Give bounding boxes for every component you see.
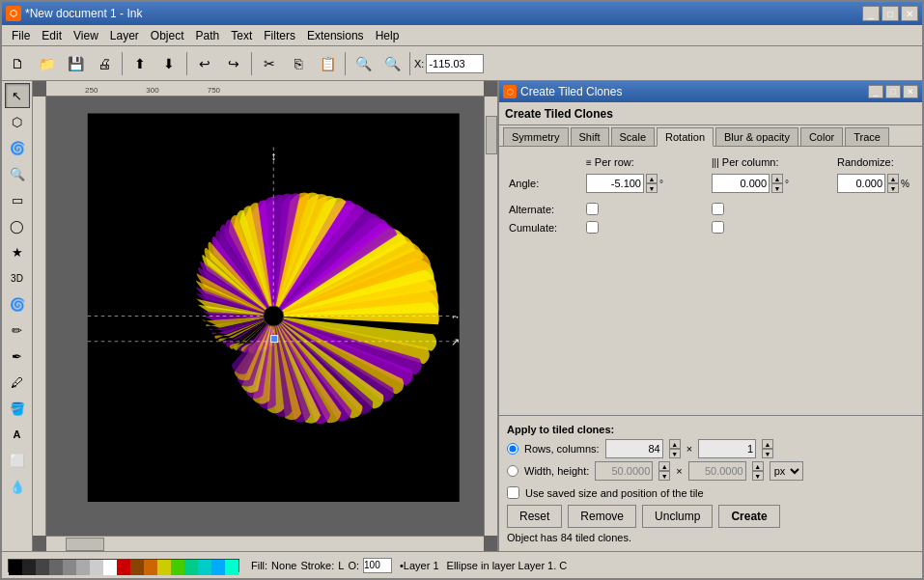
use-saved-checkbox[interactable] xyxy=(507,486,519,499)
menu-view[interactable]: View xyxy=(68,27,104,44)
height-up[interactable]: ▲ xyxy=(752,461,764,471)
color-swatch-cyan[interactable] xyxy=(198,560,211,575)
tab-shift[interactable]: Shift xyxy=(571,127,609,146)
zoom-out-button[interactable]: 🔍 xyxy=(378,50,406,77)
cols-input[interactable] xyxy=(698,439,756,458)
unit-select[interactable]: px xyxy=(770,461,803,481)
menu-path[interactable]: Path xyxy=(190,27,226,44)
rows-cols-radio[interactable] xyxy=(507,443,518,455)
menu-extensions[interactable]: Extensions xyxy=(301,27,370,44)
color-swatch-black[interactable] xyxy=(9,560,22,575)
menu-object[interactable]: Object xyxy=(145,27,190,44)
x-input[interactable] xyxy=(426,54,484,73)
width-down[interactable]: ▼ xyxy=(658,471,670,481)
minimize-button[interactable]: _ xyxy=(862,6,880,21)
reset-button[interactable]: Reset xyxy=(507,505,562,528)
scroll-thumb-v[interactable] xyxy=(486,116,497,154)
color-swatch-gray1[interactable] xyxy=(36,560,49,575)
per-col-angle-input[interactable] xyxy=(712,174,770,193)
color-swatch-green[interactable] xyxy=(171,560,184,575)
import-button[interactable]: ⬆ xyxy=(126,50,154,77)
menu-file[interactable]: File xyxy=(6,27,36,44)
randomize-input[interactable] xyxy=(837,174,885,193)
color-swatch-gray4[interactable] xyxy=(76,560,90,575)
color-swatch-red[interactable] xyxy=(117,560,130,575)
color-swatch-dark[interactable] xyxy=(22,560,36,575)
rows-up[interactable]: ▲ xyxy=(669,439,681,449)
color-swatch-blue[interactable] xyxy=(211,560,225,575)
cols-up[interactable]: ▲ xyxy=(762,439,773,449)
color-swatch-gray2[interactable] xyxy=(49,560,63,575)
panel-minimize-button[interactable]: _ xyxy=(868,85,883,98)
create-button[interactable]: Create xyxy=(718,505,779,528)
panel-restore-button[interactable]: □ xyxy=(885,85,901,98)
randomize-up[interactable]: ▲ xyxy=(887,174,899,183)
export-button[interactable]: ⬇ xyxy=(155,50,182,77)
panel-close-button[interactable]: ✕ xyxy=(903,85,918,98)
open-button[interactable]: 📁 xyxy=(33,50,60,77)
rows-down[interactable]: ▼ xyxy=(669,449,681,458)
scroll-thumb-h[interactable] xyxy=(66,538,104,551)
vertical-scrollbar[interactable] xyxy=(484,97,497,536)
height-down[interactable]: ▼ xyxy=(752,471,764,481)
color-swatch-brown[interactable] xyxy=(130,560,144,575)
tweak-tool[interactable]: 🌀 xyxy=(5,135,30,160)
width-height-radio[interactable] xyxy=(507,465,518,477)
color-palette[interactable] xyxy=(8,559,239,572)
paint-tool[interactable]: 🪣 xyxy=(5,396,30,421)
color-swatch-white[interactable] xyxy=(103,560,117,575)
color-swatch-gray5[interactable] xyxy=(90,560,103,575)
opacity-input[interactable] xyxy=(363,558,392,573)
print-button[interactable]: 🖨 xyxy=(91,50,118,77)
per-row-cumulate-checkbox[interactable] xyxy=(586,221,599,234)
color-swatch-gray3[interactable] xyxy=(63,560,76,575)
copy-button[interactable]: ⎘ xyxy=(285,50,312,77)
menu-filters[interactable]: Filters xyxy=(258,27,301,44)
zoom-tool[interactable]: 🔍 xyxy=(5,161,30,186)
calligraphy-tool[interactable]: 🖊 xyxy=(5,370,30,395)
redo-button[interactable]: ↪ xyxy=(220,50,247,77)
per-col-cumulate-checkbox[interactable] xyxy=(712,221,724,234)
width-input[interactable] xyxy=(595,461,653,481)
rect-tool[interactable]: ▭ xyxy=(5,187,30,212)
node-tool[interactable]: ⬡ xyxy=(5,109,30,134)
zoom-in-button[interactable]: 🔍 xyxy=(350,50,377,77)
unclump-button[interactable]: Unclump xyxy=(642,505,713,528)
save-button[interactable]: 💾 xyxy=(62,50,89,77)
cut-button[interactable]: ✂ xyxy=(256,50,283,77)
horizontal-scrollbar[interactable] xyxy=(46,536,484,551)
gradient-tool[interactable]: ⬜ xyxy=(5,448,30,473)
select-tool[interactable]: ↖ xyxy=(5,83,30,108)
undo-button[interactable]: ↩ xyxy=(191,50,218,77)
close-button[interactable]: ✕ xyxy=(901,6,918,21)
canvas-viewport[interactable]: ↕ ↔ ↗ xyxy=(46,97,484,536)
star-tool[interactable]: ★ xyxy=(5,239,30,264)
pen-tool[interactable]: ✒ xyxy=(5,344,30,369)
menu-help[interactable]: Help xyxy=(370,27,406,44)
color-swatch-orange[interactable] xyxy=(144,560,157,575)
per-col-angle-down[interactable]: ▼ xyxy=(771,183,783,193)
per-row-angle-up[interactable]: ▲ xyxy=(646,174,658,183)
pencil-tool[interactable]: ✏ xyxy=(5,318,30,343)
dropper-tool[interactable]: 💧 xyxy=(5,474,30,499)
tab-trace[interactable]: Trace xyxy=(845,127,889,146)
per-col-alternate-checkbox[interactable] xyxy=(712,203,724,215)
color-swatch-yellow[interactable] xyxy=(157,560,171,575)
cols-down[interactable]: ▼ xyxy=(762,449,773,458)
color-swatch-aqua[interactable] xyxy=(225,560,238,575)
ellipse-tool[interactable]: ◯ xyxy=(5,213,30,238)
tab-symmetry[interactable]: Symmetry xyxy=(503,127,569,146)
color-swatch-teal[interactable] xyxy=(184,560,198,575)
per-row-alternate-checkbox[interactable] xyxy=(586,203,599,215)
rows-input[interactable] xyxy=(605,439,663,458)
menu-layer[interactable]: Layer xyxy=(104,27,145,44)
width-up[interactable]: ▲ xyxy=(658,461,670,471)
menu-text[interactable]: Text xyxy=(225,27,258,44)
tab-color[interactable]: Color xyxy=(800,127,843,146)
height-input[interactable] xyxy=(688,461,746,481)
randomize-down[interactable]: ▼ xyxy=(887,183,899,193)
text-tool[interactable]: A xyxy=(5,422,30,447)
per-row-angle-down[interactable]: ▼ xyxy=(646,183,658,193)
3d-tool[interactable]: 3D xyxy=(5,265,30,290)
menu-edit[interactable]: Edit xyxy=(36,27,68,44)
